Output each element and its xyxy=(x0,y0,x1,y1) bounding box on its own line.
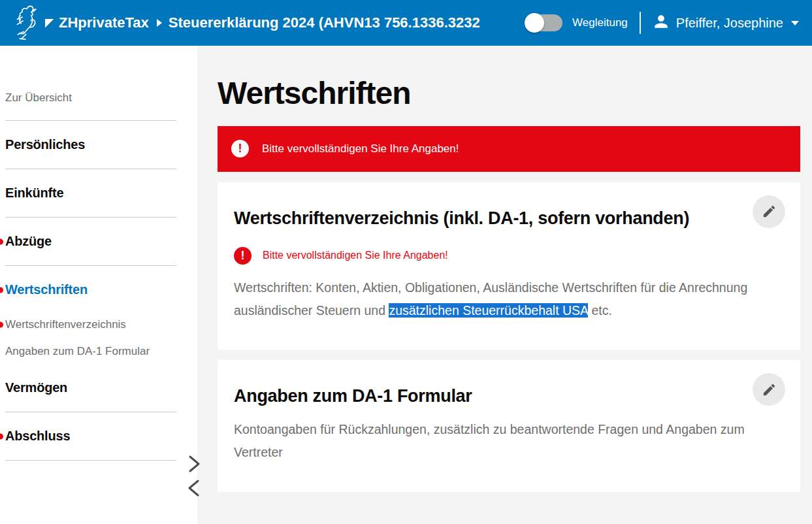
sidebar-item-label: Einkünfte xyxy=(5,186,63,200)
page-navigation-arrows xyxy=(186,455,203,497)
edit-button[interactable] xyxy=(753,373,785,406)
header-divider xyxy=(640,12,641,34)
card-error-text: Bitte vervollständigen Sie Ihre Angaben! xyxy=(263,250,448,261)
sidebar-divider xyxy=(5,265,176,266)
app-header: ZHprivateTax Steuererklärung 2024 (AHVN1… xyxy=(0,0,812,46)
sidebar-divider xyxy=(5,120,176,121)
sidebar-divider xyxy=(5,412,176,412)
card-title: Angaben zum DA-1 Formular xyxy=(234,382,740,410)
sidebar-item-label: Wertschriftenverzeichnis xyxy=(5,318,126,331)
pencil-icon xyxy=(762,204,777,219)
next-page-chevron-right-icon[interactable] xyxy=(186,455,203,473)
person-icon xyxy=(653,13,670,33)
sidebar-item-label: Vermögen xyxy=(5,380,67,395)
alert-exclamation-icon: ! xyxy=(234,247,252,265)
edit-button[interactable] xyxy=(753,195,785,228)
breadcrumb-label: Steuererklärung 2024 (AHVN13 756.1336.32… xyxy=(169,14,480,31)
breadcrumb: Steuererklärung 2024 (AHVN13 756.1336.32… xyxy=(169,14,519,31)
sidebar-item-label: Persönliches xyxy=(5,137,85,152)
page-title: Wertschriften xyxy=(218,76,800,111)
sidebar-item-einkuenfte[interactable]: Einkünfte xyxy=(0,186,197,201)
sidebar-item-abschluss[interactable]: Abschluss xyxy=(0,429,197,444)
zurich-lion-logo-icon xyxy=(8,2,41,44)
description-text: etc. xyxy=(588,303,612,318)
card-description: Wertschriften: Konten, Aktien, Obligatio… xyxy=(234,276,761,322)
pencil-icon xyxy=(762,382,777,397)
breadcrumb-separator-icon xyxy=(157,19,162,27)
error-dot-indicator xyxy=(0,322,3,328)
sidebar-item-persoenliches[interactable]: Persönliches xyxy=(0,137,197,152)
sidebar-item-vermoegen[interactable]: Vermögen xyxy=(0,380,197,395)
sidebar-item-label: Zur Übersicht xyxy=(5,91,72,104)
sidebar-item-wertschriftenverzeichnis[interactable]: Wertschriftenverzeichnis xyxy=(0,318,197,331)
zurich-flag-icon xyxy=(45,19,54,27)
wegleitung-toggle-label: Wegleitung xyxy=(572,16,628,29)
previous-page-chevron-left-icon[interactable] xyxy=(186,479,203,497)
error-banner-text: Bitte vervollständigen Sie Ihre Angaben! xyxy=(262,142,459,156)
card-title: Wertschriftenverzeichnis (inkl. DA-1, so… xyxy=(234,205,740,233)
main-content: Wertschriften ! Bitte vervollständigen S… xyxy=(218,46,800,492)
user-name: Pfeiffer, Josephine xyxy=(676,16,783,31)
sidebar-item-label: Wertschriften xyxy=(5,282,88,297)
error-banner: ! Bitte vervollständigen Sie Ihre Angabe… xyxy=(218,126,800,172)
sidebar-divider xyxy=(5,169,176,169)
error-dot-indicator xyxy=(0,287,3,293)
sidebar-item-angaben-da1[interactable]: Angaben zum DA-1 Formular xyxy=(0,345,197,358)
card-angaben-da1: Angaben zum DA-1 Formular Kontoangaben f… xyxy=(218,360,800,491)
sidebar-item-label: Abschluss xyxy=(5,429,70,443)
sidebar-item-abzuege[interactable]: Abzüge xyxy=(0,234,197,249)
error-dot-indicator xyxy=(0,238,3,244)
sidebar-divider xyxy=(5,460,176,461)
sidebar-item-wertschriften[interactable]: Wertschriften xyxy=(0,282,197,297)
card-description: Kontoangaben für Rückzahlungen, zusätzli… xyxy=(234,418,761,464)
chevron-down-icon xyxy=(791,21,799,25)
user-menu[interactable]: Pfeiffer, Josephine xyxy=(653,13,799,33)
error-dot-indicator xyxy=(0,433,3,439)
card-wertschriftenverzeichnis: Wertschriftenverzeichnis (inkl. DA-1, so… xyxy=(218,182,800,350)
alert-exclamation-icon: ! xyxy=(231,140,249,157)
highlighted-selected-text: zusätzlichen Steuerrückbehalt USA xyxy=(389,303,588,318)
header-actions: Wegleitung Pfeiffer, Josephine xyxy=(519,12,799,34)
sidebar-item-label: Angaben zum DA-1 Formular xyxy=(5,345,150,357)
sidebar-item-overview[interactable]: Zur Übersicht xyxy=(0,91,197,105)
wegleitung-toggle[interactable] xyxy=(526,14,562,31)
toggle-knob[interactable] xyxy=(525,13,544,33)
sidebar-navigation: Zur Übersicht Persönliches Einkünfte Abz… xyxy=(0,46,197,524)
sidebar-divider xyxy=(5,217,176,218)
app-brand[interactable]: ZHprivateTax xyxy=(59,14,149,31)
sidebar-item-label: Abzüge xyxy=(5,234,52,248)
card-error-row: ! Bitte vervollständigen Sie Ihre Angabe… xyxy=(234,247,784,265)
